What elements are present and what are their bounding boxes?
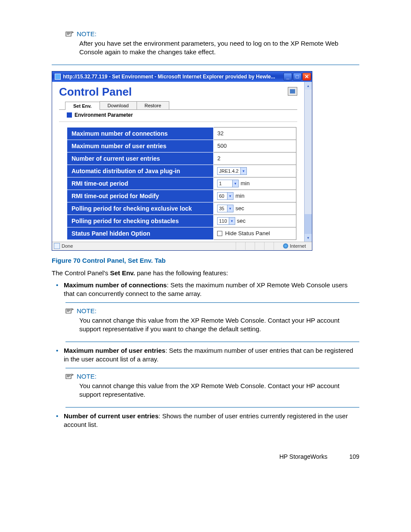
section-header: Environment Parameter bbox=[59, 110, 297, 122]
note-text: You cannot change this value from the XP… bbox=[79, 316, 359, 334]
polling-lock-select[interactable]: 35 ▾ bbox=[217, 205, 234, 212]
param-key: RMI time-out period for Modify bbox=[67, 190, 214, 202]
list-item: Maximum number of user entries: Sets the… bbox=[64, 346, 359, 364]
hide-status-checkbox[interactable] bbox=[217, 231, 222, 236]
intro-paragraph: The Control Panel's Set Env. pane has th… bbox=[52, 269, 359, 277]
footer-brand: HP StorageWorks bbox=[279, 453, 327, 460]
vertical-scrollbar[interactable]: ▴ ▾ bbox=[304, 82, 312, 242]
page-footer: HP StorageWorks 109 bbox=[52, 453, 359, 460]
globe-icon bbox=[283, 243, 288, 249]
table-row: RMI time-out period for Modify 60 ▾ min bbox=[67, 190, 296, 202]
table-row: Maximum number of connections 32 bbox=[67, 127, 296, 140]
intro-bold: Set Env. bbox=[110, 269, 135, 277]
scrollbar-thumb[interactable] bbox=[305, 214, 312, 234]
divider bbox=[52, 65, 359, 65]
param-key: Maximum number of user entries bbox=[67, 140, 214, 152]
checkbox-label: Hide Status Panel bbox=[225, 230, 270, 237]
scroll-down-icon[interactable]: ▾ bbox=[305, 234, 312, 242]
square-icon bbox=[67, 112, 72, 118]
scroll-up-icon[interactable]: ▴ bbox=[305, 82, 312, 90]
select-value: 110 bbox=[218, 218, 228, 224]
param-key: Polling period for checking obstacles bbox=[67, 215, 214, 227]
hp-logo-icon bbox=[288, 87, 297, 96]
status-zone: Internet bbox=[290, 243, 306, 249]
param-key: Number of current user entries bbox=[67, 152, 214, 165]
control-panel-title: Control Panel bbox=[59, 85, 132, 99]
page-icon bbox=[54, 243, 60, 249]
chevron-down-icon: ▾ bbox=[227, 193, 233, 199]
list-item: Number of current user entries: Shows th… bbox=[64, 412, 359, 429]
divider bbox=[65, 407, 359, 408]
figure-caption: Figure 70 Control Panel, Set Env. Tab bbox=[52, 257, 359, 264]
status-cell bbox=[274, 242, 283, 250]
divider bbox=[65, 302, 359, 303]
tab-download[interactable]: Download bbox=[100, 101, 137, 109]
tab-row: Set Env. Download Restore bbox=[59, 101, 297, 110]
list-item: Maximum number of connections: Sets the … bbox=[64, 281, 359, 299]
note-label: NOTE: bbox=[77, 307, 97, 314]
param-value: 60 ▾ min bbox=[214, 190, 296, 202]
svg-rect-0 bbox=[290, 89, 295, 93]
param-value: 32 bbox=[214, 127, 296, 140]
select-value: 35 bbox=[218, 206, 227, 211]
select-value: JRE1.4.2 bbox=[218, 168, 240, 174]
rmi-timeout-modify-select[interactable]: 60 ▾ bbox=[217, 192, 234, 200]
tab-set-env[interactable]: Set Env. bbox=[65, 102, 100, 110]
unit-label: min bbox=[235, 193, 244, 199]
note-label: NOTE: bbox=[77, 30, 97, 37]
param-value: 500 bbox=[214, 140, 296, 152]
unit-label: min bbox=[240, 180, 249, 187]
note-block: NOTE: You cannot change this value from … bbox=[65, 373, 359, 399]
table-row: RMI time-out period 1 ▾ min bbox=[67, 177, 296, 190]
title-bar: http://15.32.77.119 - Set Environment - … bbox=[52, 72, 312, 82]
unit-label: sec bbox=[237, 218, 246, 224]
maximize-button[interactable]: □ bbox=[293, 73, 302, 81]
polling-obstacles-select[interactable]: 110 ▾ bbox=[217, 217, 235, 225]
minimize-button[interactable]: _ bbox=[283, 73, 292, 81]
param-value: Hide Status Panel bbox=[214, 227, 296, 240]
divider bbox=[65, 368, 359, 368]
chevron-down-icon: ▾ bbox=[227, 205, 233, 212]
param-key: Maximum number of connections bbox=[67, 127, 214, 140]
select-value: 1 bbox=[218, 181, 232, 186]
chevron-down-icon: ▾ bbox=[232, 180, 238, 187]
table-row: Polling period for checking obstacles 11… bbox=[67, 215, 296, 227]
window-title: http://15.32.77.119 - Set Environment - … bbox=[63, 74, 275, 80]
intro-text-a: The Control Panel's bbox=[52, 269, 110, 277]
note-block-intro: NOTE: After you have set the environment… bbox=[65, 30, 359, 57]
status-cell bbox=[245, 242, 255, 250]
note-label: NOTE: bbox=[77, 373, 97, 380]
intro-text-b: pane has the following features: bbox=[135, 269, 228, 277]
chevron-down-icon: ▾ bbox=[229, 218, 235, 224]
status-cell bbox=[255, 242, 264, 250]
divider bbox=[65, 342, 359, 342]
table-row: Maximum number of user entries 500 bbox=[67, 140, 296, 152]
chevron-down-icon: ▾ bbox=[240, 168, 246, 174]
param-key: Polling period for checking exclusive lo… bbox=[67, 202, 214, 215]
rmi-timeout-select[interactable]: 1 ▾ bbox=[217, 180, 239, 187]
ie-window: http://15.32.77.119 - Set Environment - … bbox=[52, 71, 312, 251]
table-row: Automatic distribution of Java plug-in J… bbox=[67, 165, 296, 177]
table-row: Polling period for checking exclusive lo… bbox=[67, 202, 296, 215]
close-button[interactable]: ✕ bbox=[302, 73, 311, 81]
note-text: After you have set the environment param… bbox=[79, 39, 359, 57]
table-row: Status Panel hidden Option Hide Status P… bbox=[67, 227, 296, 240]
section-header-label: Environment Parameter bbox=[75, 112, 133, 118]
status-cell bbox=[236, 242, 245, 250]
tab-restore[interactable]: Restore bbox=[137, 101, 170, 109]
note-block: NOTE: You cannot change this value from … bbox=[65, 307, 359, 334]
status-cell bbox=[264, 242, 274, 250]
jre-select[interactable]: JRE1.4.2 ▾ bbox=[217, 167, 246, 175]
param-value: 2 bbox=[214, 152, 296, 165]
param-value: JRE1.4.2 ▾ bbox=[214, 165, 296, 177]
list-item-bold: Maximum number of connections bbox=[64, 281, 167, 289]
list-item-bold: Maximum number of user entries bbox=[64, 347, 165, 354]
param-value: 1 ▾ min bbox=[214, 177, 296, 190]
param-key: Status Panel hidden Option bbox=[67, 227, 214, 240]
unit-label: sec bbox=[235, 205, 244, 212]
note-icon bbox=[65, 31, 74, 37]
note-icon bbox=[65, 308, 74, 314]
param-key: Automatic distribution of Java plug-in bbox=[67, 165, 214, 177]
note-text: You cannot change this value from the XP… bbox=[79, 382, 359, 399]
param-value: 35 ▾ sec bbox=[214, 202, 296, 215]
